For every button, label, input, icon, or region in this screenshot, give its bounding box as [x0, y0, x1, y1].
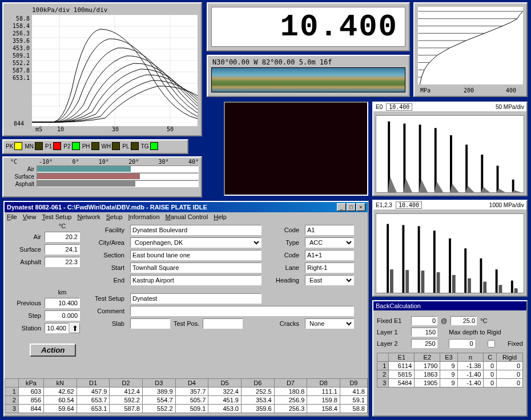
action-button[interactable]: Action — [30, 344, 76, 357]
station-km[interactable] — [45, 323, 69, 333]
cityarea-select[interactable]: Copenhagen, DK — [130, 237, 262, 248]
indicator-lights: PK MN P1 P2 PH WH PL TG — [2, 139, 188, 154]
menu-file[interactable]: File — [7, 213, 17, 220]
menu-setup[interactable]: Setup — [106, 213, 123, 220]
svg-rect-26 — [435, 128, 437, 192]
window-title: Dynatest 8082-061 - C:\FwdWin\Data\DBV.m… — [7, 204, 207, 211]
svg-rect-56 — [483, 282, 486, 293]
close-button[interactable]: × — [356, 203, 365, 211]
backcalc-table: E1E2E3nCRigid1611417909-1.38002581518639… — [377, 353, 523, 387]
fixed-checkbox[interactable] — [478, 340, 505, 348]
mpa-curve — [418, 7, 523, 84]
svg-rect-49 — [511, 281, 513, 293]
main-window: Dynatest 8082-061 - C:\FwdWin\Data\DBV.m… — [3, 201, 369, 417]
temperature-bars: °C-10°0°10°20°30°40° AirSurfaceAsphalt — [2, 156, 202, 197]
svg-rect-41 — [387, 224, 389, 293]
waveform-xunit: mS — [35, 126, 42, 132]
section-field[interactable] — [130, 250, 262, 260]
step-km[interactable] — [45, 310, 80, 321]
waveform-title: 100kPa/div 100mu/div — [32, 6, 107, 14]
end-field[interactable] — [130, 275, 262, 285]
waveform-ylabels: 58.8158.4256.3359.6453.0509.1552.2587.86… — [7, 15, 30, 82]
facility-field[interactable] — [130, 225, 262, 235]
comment-field[interactable] — [130, 306, 354, 316]
svg-rect-55 — [468, 278, 471, 293]
menu-help[interactable]: Help — [214, 213, 227, 220]
heading-select[interactable]: East — [305, 275, 354, 285]
maxdepth-val[interactable] — [449, 339, 475, 348]
svg-rect-46 — [464, 248, 466, 293]
start-field[interactable] — [130, 262, 262, 273]
svg-rect-58 — [514, 288, 518, 293]
gps-panel: N30°00.00 W 82°00.00 5.0m 16f — [207, 55, 410, 97]
svg-rect-27 — [450, 135, 452, 192]
world-map — [211, 67, 405, 92]
testsetup-field[interactable] — [130, 293, 262, 304]
mpa-curve-panel: MPa 200 400 — [413, 2, 528, 97]
camera-view — [224, 102, 368, 196]
lane-field[interactable] — [305, 262, 354, 273]
waveform-ybottom: 844 — [14, 120, 24, 127]
gps-text: N30°00.00 W 82°00.00 5.0m 16f — [212, 58, 332, 66]
svg-rect-50 — [390, 269, 393, 293]
slab-field[interactable] — [130, 318, 170, 329]
svg-rect-54 — [452, 275, 456, 293]
svg-rect-45 — [449, 239, 451, 293]
station-readout-panel: 10.400 — [207, 2, 410, 51]
titlebar: Dynatest 8082-061 - C:\FwdWin\Data\DBV.m… — [5, 202, 368, 212]
code-b-field[interactable] — [305, 250, 354, 260]
fixed-e1-temp[interactable] — [450, 316, 477, 325]
svg-rect-31 — [512, 180, 514, 192]
fixed-e1[interactable] — [411, 316, 437, 325]
svg-rect-43 — [418, 226, 420, 293]
svg-rect-29 — [481, 155, 483, 192]
minimize-button[interactable]: _ — [337, 203, 346, 211]
menu-test setup[interactable]: Test Setup — [42, 213, 71, 220]
type-select[interactable]: ACC — [305, 237, 354, 248]
asphalt-temp[interactable] — [45, 257, 80, 267]
menu-manual control[interactable]: Manual Control — [166, 213, 208, 220]
backcalc-panel: BackCalculation Fixed E1@°C Layer 1Max d… — [372, 300, 528, 417]
svg-rect-53 — [437, 272, 440, 293]
layer2[interactable] — [411, 339, 437, 348]
testpos-field[interactable] — [203, 318, 243, 329]
maximize-button[interactable]: □ — [347, 203, 356, 211]
svg-rect-52 — [421, 270, 424, 293]
e0-plot — [376, 115, 524, 193]
svg-rect-42 — [402, 225, 404, 293]
code-a-field[interactable] — [305, 225, 354, 235]
e0-chart: E010.40050 MPa/div — [372, 102, 528, 196]
station-readout: 10.400 — [211, 7, 405, 47]
menu-network[interactable]: Network — [77, 213, 100, 220]
svg-rect-48 — [496, 269, 498, 293]
svg-rect-51 — [405, 270, 409, 293]
e123-chart: E1,2,310.4001000 MPa/div — [372, 200, 528, 297]
svg-rect-47 — [480, 259, 482, 293]
waveform-panel: 100kPa/div 100mu/div 58.8158.4256.3359.6… — [2, 2, 202, 136]
svg-rect-28 — [465, 144, 468, 192]
svg-rect-57 — [499, 285, 502, 293]
menu-view[interactable]: View — [23, 213, 37, 220]
cracks-select[interactable]: None — [305, 318, 354, 329]
station-up-button[interactable]: ⬆ — [70, 323, 80, 333]
previous-km[interactable] — [45, 298, 80, 308]
waveform-svg — [32, 15, 198, 126]
svg-rect-30 — [497, 165, 499, 192]
menubar[interactable]: FileViewTest SetupNetworkSetupInformatio… — [5, 212, 368, 221]
deflection-table: kPakND1D2D3D4D5D6D7D8D9160342.62457.9412… — [5, 378, 368, 413]
menu-information[interactable]: Information — [128, 213, 160, 220]
svg-rect-44 — [433, 231, 436, 293]
surface-temp[interactable] — [45, 244, 80, 255]
layer1[interactable] — [411, 328, 437, 337]
e123-plot — [376, 213, 524, 293]
waveform-graph — [32, 15, 198, 126]
air-temp[interactable] — [45, 232, 80, 242]
backcalc-title: BackCalculation — [373, 301, 526, 310]
